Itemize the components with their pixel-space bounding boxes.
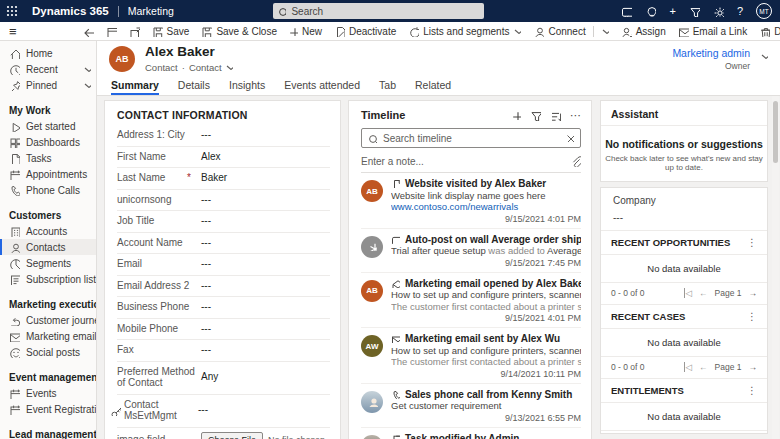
quick-create-plus-icon[interactable]: +	[669, 6, 675, 17]
tab-tab[interactable]: Tab	[379, 79, 396, 95]
sidebar-item-tasks[interactable]: Tasks	[0, 150, 96, 166]
header-chevron-down-icon[interactable]	[761, 54, 768, 59]
timeline-note-box[interactable]	[361, 150, 581, 173]
field-value[interactable]: ---	[201, 280, 211, 292]
owner-field[interactable]: Marketing admin Owner	[672, 47, 750, 71]
field-contact-msevtmgmt[interactable]: Contact MsEvtMgmt ---	[117, 395, 330, 428]
field-first-name[interactable]: First Name Alex	[117, 147, 330, 169]
page-scrollbar[interactable]	[772, 96, 779, 439]
tab-summary[interactable]: Summary	[111, 79, 159, 95]
timeline-entry-task-modified[interactable]: Task modified by Admin	[361, 428, 581, 439]
field-mobile-phone[interactable]: Mobile Phone ---	[117, 319, 330, 341]
connect-button[interactable]: Connect	[527, 22, 591, 41]
next-page-icon[interactable]: →	[749, 362, 758, 372]
lightbulb-icon[interactable]	[645, 6, 656, 17]
sidebar-item-customer-journeys[interactable]: Customer journeys	[0, 312, 96, 328]
connect-dropdown-chevron[interactable]	[595, 22, 615, 41]
app-launcher-waffle-icon[interactable]	[0, 0, 24, 22]
user-avatar[interactable]: MT	[756, 3, 772, 19]
sidebar-item-dashboards[interactable]: Dashboards	[0, 134, 96, 150]
sidebar-item-event-registrations[interactable]: Event Registrations	[0, 401, 96, 417]
new-button[interactable]: New	[283, 22, 328, 41]
scrollbar-thumb[interactable]	[773, 101, 778, 163]
field-value[interactable]: ---	[201, 215, 211, 227]
timeline-filter-icon[interactable]	[530, 110, 541, 121]
tab-related[interactable]: Related	[415, 79, 451, 95]
email-a-link-button[interactable]: Email a Link	[672, 22, 753, 41]
timeline-link[interactable]: www.contoso.com/newarrivals	[391, 201, 581, 213]
sidebar-item-pinned[interactable]: Pinned	[0, 77, 96, 93]
filter-icon[interactable]	[689, 6, 700, 17]
timeline-add-icon[interactable]	[512, 111, 521, 120]
settings-gear-icon[interactable]	[713, 6, 724, 17]
close-icon[interactable]	[566, 134, 574, 142]
show-as-form-button[interactable]	[100, 22, 123, 41]
sidebar-item-events[interactable]: Events	[0, 385, 96, 401]
previous-page-icon[interactable]: ←	[699, 362, 708, 372]
sidebar-item-phone-calls[interactable]: Phone Calls	[0, 182, 96, 198]
field-job-title[interactable]: Job Title ---	[117, 211, 330, 233]
sidebar-item-home[interactable]: Home	[0, 45, 96, 61]
sidebar-item-social-posts[interactable]: Social posts	[0, 344, 96, 360]
field-business-phone[interactable]: Business Phone ---	[117, 297, 330, 319]
popout-button[interactable]	[123, 22, 146, 41]
global-search-input[interactable]	[291, 6, 479, 17]
sidebar-item-marketing-emails[interactable]: Marketing emails	[0, 328, 96, 344]
field-unicornsong[interactable]: unicornsong ---	[117, 190, 330, 212]
section-more-icon[interactable]: ⋮	[747, 385, 757, 396]
field-address1-city[interactable]: Address 1: City ---	[117, 125, 330, 147]
field-value[interactable]: Any	[201, 371, 218, 383]
paperclip-icon[interactable]	[570, 156, 581, 167]
global-search-box[interactable]	[273, 3, 484, 19]
note-input[interactable]	[361, 156, 570, 167]
timeline-entry-phone-call[interactable]: Sales phone call from Kenny Smith Get cu…	[361, 384, 581, 428]
field-value[interactable]: ---	[201, 344, 211, 356]
field-value[interactable]: ---	[201, 237, 211, 249]
field-account-name[interactable]: Account Name ---	[117, 233, 330, 255]
teams-chat-icon[interactable]	[621, 6, 632, 17]
sidebar-item-recent[interactable]: Recent	[0, 61, 96, 77]
first-page-icon[interactable]: ◁	[684, 288, 693, 298]
timeline-entry-auto-post[interactable]: Auto-post on wall Average order shipment…	[361, 229, 581, 273]
field-value[interactable]: Alex	[201, 151, 220, 163]
tab-details[interactable]: Details	[178, 79, 210, 95]
save-button[interactable]: Save	[146, 22, 196, 41]
field-value[interactable]: Baker	[201, 172, 227, 184]
app-area-name[interactable]: Marketing	[128, 5, 174, 17]
company-field[interactable]: Company ---	[601, 188, 767, 231]
field-email[interactable]: Email ---	[117, 254, 330, 276]
assign-button[interactable]: Assign	[615, 22, 672, 41]
owner-name-link[interactable]: Marketing admin	[672, 47, 750, 59]
timeline-more-icon[interactable]: ⋯	[570, 110, 581, 121]
form-selector-label[interactable]: Contact	[189, 62, 222, 73]
back-button[interactable]	[77, 22, 100, 41]
field-last-name[interactable]: Last Name* Baker	[117, 168, 330, 190]
section-more-icon[interactable]: ⋮	[747, 237, 757, 248]
timeline-entry-website-visited[interactable]: AB Website visited by Alex Baker Website…	[361, 173, 581, 229]
field-value[interactable]: ---	[198, 404, 208, 416]
delete-button[interactable]: Delete	[753, 22, 780, 41]
field-value[interactable]: ---	[201, 301, 211, 313]
timeline-search-input[interactable]	[383, 133, 560, 144]
lists-and-segments-button[interactable]: Lists and segments	[402, 22, 527, 41]
field-value[interactable]: ---	[201, 194, 211, 206]
company-value[interactable]: ---	[613, 212, 755, 223]
field-email-address-2[interactable]: Email Address 2 ---	[117, 276, 330, 298]
field-value[interactable]: ---	[201, 129, 211, 141]
help-icon[interactable]: ?	[737, 6, 743, 17]
sidebar-item-accounts[interactable]: Accounts	[0, 223, 96, 239]
sidebar-item-subscription-lists[interactable]: Subscription lists	[0, 271, 96, 287]
previous-page-icon[interactable]: ←	[699, 288, 708, 298]
field-value[interactable]: ---	[201, 323, 211, 335]
field-value[interactable]: ---	[201, 258, 211, 270]
field-preferred-method-of-contact[interactable]: Preferred Method of Contact Any	[117, 362, 330, 395]
deactivate-button[interactable]: Deactivate	[328, 22, 402, 41]
tab-events-attended[interactable]: Events attended	[284, 79, 360, 95]
next-page-icon[interactable]: →	[749, 288, 758, 298]
timeline-sort-icon[interactable]	[550, 110, 561, 121]
timeline-search-box[interactable]	[361, 128, 581, 148]
sidebar-item-segments[interactable]: Segments	[0, 255, 96, 271]
sidebar-item-contacts[interactable]: Contacts	[0, 239, 96, 255]
timeline-entry-email-sent[interactable]: AW Marketing email sent by Alex Wu How t…	[361, 328, 581, 384]
timeline-entry-email-opened[interactable]: AB Marketing email opened by Alex Baker …	[361, 273, 581, 329]
